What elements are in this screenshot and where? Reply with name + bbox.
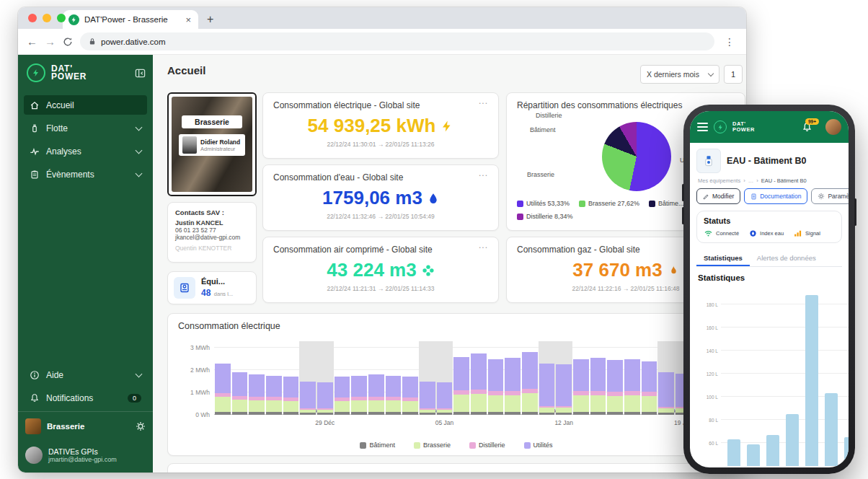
pie-legend-row: Utilités 53,33% Brasserie 27,62% Bâtime.… [517, 200, 684, 207]
tab-alertes[interactable]: Alertes de données [750, 250, 823, 266]
phone-mockup: DAT' POWER 99+ EAU - Bâtiment B0 Me [683, 105, 855, 474]
card-menu-icon[interactable]: ... [479, 168, 488, 178]
sidebar-item-evenements[interactable]: Évènements [24, 164, 147, 184]
account-email: jmartin@dative-gpi.com [48, 456, 117, 463]
tab-close-icon[interactable]: × [184, 14, 192, 25]
legend-label: Bâtiment [369, 441, 395, 449]
sidebar-item-flotte[interactable]: Flotte [24, 118, 147, 138]
phone-screen: DAT' POWER 99+ EAU - Bâtiment B0 Me [690, 111, 849, 467]
sidebar-item-accueil[interactable]: Accueil [24, 95, 147, 115]
y-axis-label: 180 L [698, 302, 718, 307]
y-axis-label: 1 MWh [174, 389, 210, 396]
url-bar[interactable]: power.dative.com [80, 32, 714, 50]
water-index-icon [749, 229, 757, 237]
button-label: Modifier [712, 193, 734, 200]
minimize-window-button[interactable] [43, 14, 51, 22]
stacked-bar [402, 341, 418, 415]
card-menu-icon[interactable]: ... [479, 240, 488, 250]
sidebar-item-analyses[interactable]: Analyses [24, 141, 147, 161]
legend-swatch [517, 214, 523, 220]
logo-bolt-icon [27, 63, 45, 82]
admin-chip: Didier Roland Administrateur [179, 134, 245, 156]
chevron-down-icon [136, 170, 143, 177]
legend-item-batiment: Bâtime... [649, 200, 684, 207]
equipment-icon [174, 277, 195, 299]
tab-strip: DAT'Power - Brasserie × + [18, 7, 746, 29]
org-row[interactable]: Brasserie [18, 411, 153, 441]
contact-email[interactable]: jkancel@dative-gpi.com [175, 234, 249, 241]
logo-line2: POWER [732, 126, 755, 133]
stacked-bar [556, 341, 572, 415]
sidebar-collapse-icon[interactable] [135, 68, 146, 79]
browser-tab[interactable]: DAT'Power - Brasserie × [63, 10, 198, 29]
home-icon [30, 100, 40, 110]
y-axis-label: 60 L [698, 441, 718, 446]
signal-icon [794, 229, 802, 237]
sidebar-item-label: Analyses [46, 146, 81, 157]
device-header: EAU - Bâtiment B0 [696, 149, 842, 173]
legend-label: Brasserie [423, 441, 451, 449]
site-chart-card: Consommation électrique 0 Wh1 MWh2 MWh3 … [167, 313, 745, 456]
tab-statistiques[interactable]: Statistiques [696, 250, 750, 266]
site-chart-title: Consommation électrique [178, 321, 280, 331]
bar [747, 444, 760, 466]
breadcrumb-separator: › [756, 177, 758, 184]
account-row[interactable]: DATIVEs GPIs jmartin@dative-gpi.com [18, 441, 153, 473]
org-avatar [25, 418, 41, 434]
y-axis-label: 120 L [698, 372, 718, 377]
back-icon[interactable]: ← [27, 35, 37, 48]
stacked-bar [232, 341, 248, 415]
stacked-bar [437, 341, 453, 415]
kpi-period: 22/12/24 11:21:31 → 22/01/25 11:14:33 [263, 285, 498, 292]
stacked-bar [283, 341, 299, 415]
hamburger-menu-icon[interactable] [697, 123, 708, 131]
forward-icon[interactable]: → [45, 35, 56, 48]
sidebar-item-notifications[interactable]: Notifications 0 [24, 388, 147, 408]
pie-callout-batiment: Bâtiment [530, 126, 556, 133]
legend-swatch [469, 442, 476, 449]
pie-legend-row: Distillerie 8,34% [517, 213, 573, 220]
modify-button[interactable]: Modifier [696, 188, 740, 204]
phone-section-title: Statistiques [698, 273, 842, 282]
legend-item-brasserie: Brasserie 27,62% [579, 200, 639, 207]
stacked-bar [505, 341, 521, 415]
documentation-button[interactable]: Documentation [744, 188, 807, 204]
contact-secondary: Quentin KENOTTER [175, 245, 249, 252]
breadcrumb-separator: › [743, 177, 745, 184]
new-tab-button[interactable]: + [207, 13, 213, 26]
pie-callout-distillerie: Distillerie [536, 112, 562, 119]
breadcrumb-item[interactable]: Mes équipements [698, 177, 740, 184]
kpi-card-air-comprime: Consommation air comprimé - Global site … [262, 237, 499, 303]
sidebar-item-label: Accueil [46, 100, 74, 110]
breadcrumb-ellipsis[interactable]: … [748, 177, 754, 184]
settings-button[interactable]: Paramètres [811, 188, 849, 204]
legend-swatch [524, 442, 531, 449]
browser-menu-icon[interactable]: ⋮ [722, 36, 738, 48]
kpi-card-eau: Consommation d'eau - Global site ... 175… [262, 164, 499, 231]
page-count-box[interactable]: 1 [724, 65, 743, 84]
status-label: Index eau [760, 230, 784, 237]
equipment-card[interactable]: Équi... 48 dans l... [167, 271, 257, 304]
avatar[interactable] [825, 119, 841, 135]
kpi-value: 43 224 m3 [263, 259, 498, 281]
x-axis-label: 05 Jan [435, 419, 454, 426]
sidebar-item-label: Notifications [46, 393, 93, 403]
device-title: EAU - Bâtiment B0 [727, 156, 806, 166]
status-row: Connecté Index eau Signal [704, 229, 835, 237]
period-select[interactable]: X derniers mois [640, 65, 719, 84]
gear-icon[interactable] [136, 421, 146, 431]
close-window-button[interactable] [28, 14, 37, 22]
sidebar-item-aide[interactable]: Aide [24, 365, 147, 384]
maximize-window-button[interactable] [57, 14, 66, 22]
button-label: Documentation [760, 193, 801, 200]
sidebar-item-label: Aide [46, 370, 63, 380]
card-menu-icon[interactable]: ... [479, 96, 488, 106]
breadcrumb[interactable]: Mes équipements › … › EAU - Bâtiment B0 [698, 177, 842, 184]
partial-next-card [167, 463, 745, 473]
lightning-icon [440, 120, 453, 133]
bell-icon[interactable]: 99+ [802, 122, 812, 133]
chevron-down-icon [136, 370, 143, 377]
kpi-title: Consommation air comprimé - Global site [273, 245, 488, 255]
kpi-value-text: 43 224 m3 [327, 259, 416, 281]
reload-icon[interactable] [63, 37, 73, 47]
